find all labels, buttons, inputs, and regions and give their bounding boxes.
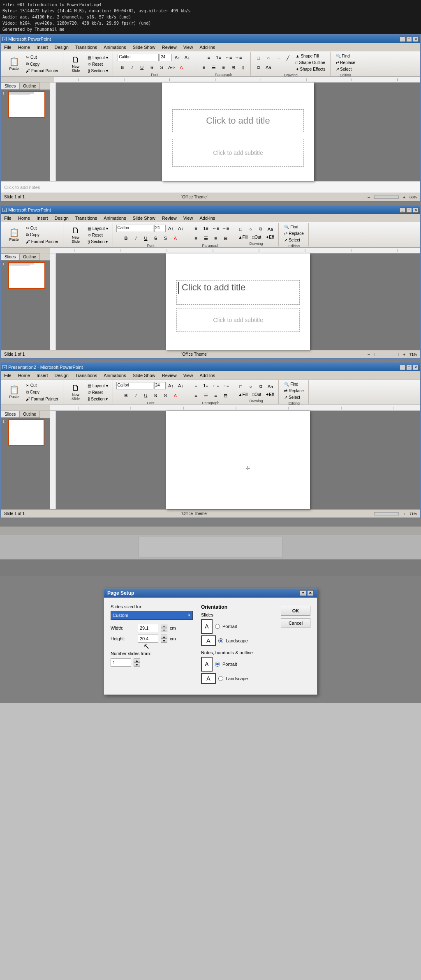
menu-design-2[interactable]: Design <box>51 215 72 221</box>
copy-btn-1[interactable]: ⧉ Copy <box>24 61 60 67</box>
bold-btn-2[interactable]: B <box>122 234 131 243</box>
shadow-btn-1[interactable]: S <box>157 63 166 72</box>
font-color-btn-3[interactable]: A <box>171 391 180 400</box>
height-spinner[interactable]: ▲ ▼ <box>161 635 167 643</box>
quick-styles-btn-1[interactable]: Aa <box>264 63 273 72</box>
menu-review-3[interactable]: Review <box>159 372 180 379</box>
bullets-btn-1[interactable]: ≡ <box>204 53 213 62</box>
menu-transitions-3[interactable]: Transitions <box>72 372 100 379</box>
menu-home-3[interactable]: Home <box>15 372 33 379</box>
minimize-btn-2[interactable]: _ <box>400 207 405 213</box>
numbering-btn-1[interactable]: 1≡ <box>214 53 223 62</box>
shape-oval-1[interactable]: ○ <box>264 53 273 62</box>
menu-review-2[interactable]: Review <box>159 215 180 221</box>
center-btn-1[interactable]: ☰ <box>209 63 218 72</box>
decrease-indent-btn-1[interactable]: ←≡ <box>224 53 233 62</box>
blank-slide-area[interactable]: ✛ <box>166 411 310 509</box>
zoom-in-btn-2[interactable]: + <box>400 350 409 359</box>
increase-indent-btn-2[interactable]: →≡ <box>221 224 230 233</box>
cut-btn-1[interactable]: ✂ Cut <box>24 54 60 60</box>
zoom-slider-2[interactable] <box>374 353 399 356</box>
menu-view-1[interactable]: View <box>180 44 197 51</box>
shape-outline-btn-1[interactable]: □ Shape Outline <box>294 60 328 66</box>
strikethrough-btn-3[interactable]: S̶ <box>151 391 160 400</box>
menu-animations-3[interactable]: Animations <box>100 372 129 379</box>
shape-fill-btn-2[interactable]: ▲Fill <box>236 234 250 240</box>
zoom-out-btn-1[interactable]: − <box>364 193 373 202</box>
number-up-btn[interactable]: ▲ <box>134 658 140 663</box>
menu-slideshow-3[interactable]: Slide Show <box>130 372 159 379</box>
font-name-dropdown-3[interactable]: Calibri <box>116 382 153 389</box>
close-btn-1[interactable]: ✕ <box>413 37 419 42</box>
width-spinner[interactable]: ▲ ▼ <box>161 624 167 632</box>
justify-btn-1[interactable]: ⊟ <box>229 63 238 72</box>
italic-btn-3[interactable]: I <box>132 391 141 400</box>
align-left-btn-1[interactable]: ≡ <box>199 63 208 72</box>
menu-design-3[interactable]: Design <box>51 372 72 379</box>
justify-btn-2[interactable]: ⊟ <box>221 234 230 243</box>
paste-btn-1[interactable]: 📋 Paste <box>5 53 23 75</box>
menu-animations-2[interactable]: Animations <box>100 215 129 221</box>
arrange-btn-3[interactable]: ⧉ <box>256 382 265 391</box>
slides-tab-3[interactable]: Slides <box>1 411 19 418</box>
zoom-out-btn-2[interactable]: − <box>364 350 373 359</box>
new-slide-btn-1[interactable]: 🗋 NewSlide <box>67 53 85 75</box>
increase-size-btn-2[interactable]: A↑ <box>167 224 176 233</box>
cancel-button[interactable]: Cancel <box>281 618 310 628</box>
minimize-btn-1[interactable]: _ <box>400 37 405 42</box>
zoom-out-btn-3[interactable]: − <box>364 509 373 518</box>
find-btn-3[interactable]: 🔍 Find <box>282 381 305 387</box>
shadow-btn-2[interactable]: S <box>161 234 170 243</box>
outline-tab-1[interactable]: Outline <box>19 83 40 90</box>
minimize-btn-3[interactable]: _ <box>400 365 405 370</box>
increase-size-btn-1[interactable]: A↑ <box>173 53 182 62</box>
char-spacing-btn-1[interactable]: A⇔ <box>167 63 176 72</box>
decrease-size-btn-2[interactable]: A↓ <box>176 224 185 233</box>
align-left-btn-3[interactable]: ≡ <box>192 391 201 400</box>
font-name-dropdown-1[interactable]: Calibri <box>118 54 159 61</box>
justify-btn-3[interactable]: ⊟ <box>221 391 230 400</box>
center-btn-2[interactable]: ☰ <box>201 234 210 243</box>
slide-item-1-1[interactable]: 1 <box>2 91 48 118</box>
maximize-btn-3[interactable]: □ <box>406 365 412 370</box>
shape-rect-1[interactable]: □ <box>254 53 263 62</box>
menu-home-1[interactable]: Home <box>15 44 33 51</box>
new-slide-btn-2[interactable]: 🗋 NewSlide <box>67 224 85 246</box>
dialog-close-btn[interactable]: ✕ <box>307 590 314 596</box>
title-placeholder-1[interactable]: Click to add title <box>172 109 304 132</box>
decrease-indent-btn-2[interactable]: ←≡ <box>211 224 220 233</box>
menu-transitions-2[interactable]: Transitions <box>72 215 100 221</box>
select-btn-2[interactable]: ↗ Select <box>282 237 305 243</box>
portrait-radio-notes[interactable] <box>215 662 220 667</box>
increase-indent-btn-3[interactable]: →≡ <box>221 381 230 390</box>
landscape-radio-notes[interactable] <box>218 676 223 681</box>
paste-btn-2[interactable]: 📋 Paste <box>5 224 23 246</box>
width-up-btn[interactable]: ▲ <box>161 624 167 628</box>
font-name-dropdown-2[interactable]: Calibri <box>116 225 153 232</box>
shape-oval-3[interactable]: ○ <box>246 382 255 391</box>
arrange-btn-2[interactable]: ⧉ <box>256 225 265 234</box>
shape-rect-3[interactable]: □ <box>236 382 245 391</box>
shape-fill-btn-3[interactable]: ▲Fill <box>236 391 250 398</box>
menu-insert-1[interactable]: Insert <box>33 44 51 51</box>
close-btn-2[interactable]: ✕ <box>413 207 419 213</box>
shape-rect-2[interactable]: □ <box>236 225 245 234</box>
menu-slideshow-2[interactable]: Slide Show <box>130 215 159 221</box>
outline-tab-3[interactable]: Outline <box>19 411 40 418</box>
number-from-input[interactable] <box>111 658 131 667</box>
align-right-btn-2[interactable]: ≡ <box>211 234 220 243</box>
shape-fill-btn-1[interactable]: ▲ Shape Fill <box>294 53 328 59</box>
font-size-dropdown-2[interactable]: 24 <box>154 225 166 232</box>
maximize-btn-2[interactable]: □ <box>406 207 412 213</box>
reset-btn-1[interactable]: ↺ Reset <box>86 61 110 67</box>
align-left-btn-2[interactable]: ≡ <box>192 234 201 243</box>
slide-item-2-1[interactable]: 1 <box>2 262 48 289</box>
underline-btn-1[interactable]: U <box>137 63 146 72</box>
cut-btn-2[interactable]: ✂ Cut <box>24 225 60 231</box>
cut-btn-3[interactable]: ✂ Cut <box>24 382 60 389</box>
decrease-size-btn-3[interactable]: A↓ <box>176 381 185 390</box>
center-btn-3[interactable]: ☰ <box>201 391 210 400</box>
menu-insert-3[interactable]: Insert <box>33 372 51 379</box>
number-down-btn[interactable]: ▼ <box>134 663 140 667</box>
shape-effects-btn-2[interactable]: ✦Eff <box>264 234 276 240</box>
